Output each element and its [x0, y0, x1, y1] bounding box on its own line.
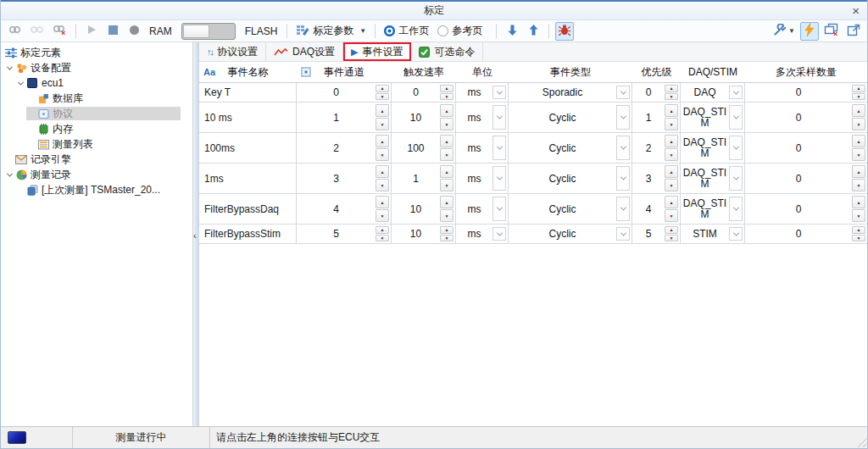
- cell-channel[interactable]: 0▲▼: [297, 83, 392, 102]
- cell-samples[interactable]: 0▲▼: [745, 133, 867, 163]
- cell-channel[interactable]: 3▲▼: [297, 164, 392, 193]
- debug-button[interactable]: [555, 22, 574, 41]
- ram-flash-toggle[interactable]: [181, 23, 236, 40]
- dropdown-button[interactable]: [616, 166, 630, 191]
- sidebar-item-device-config[interactable]: 设备配置: [1, 60, 192, 75]
- spin-up-button[interactable]: ▲: [376, 104, 389, 117]
- spin-down-button[interactable]: ▼: [376, 118, 389, 130]
- cell-type[interactable]: Sporadic: [509, 83, 632, 102]
- dropdown-button[interactable]: [492, 197, 506, 221]
- dropdown-button[interactable]: [729, 197, 743, 221]
- sidebar-item-measure-list[interactable]: 测量列表: [1, 136, 192, 152]
- start-button[interactable]: [82, 22, 101, 41]
- cell-name[interactable]: 1ms: [199, 164, 297, 193]
- dropdown-button[interactable]: [492, 105, 506, 130]
- spin-up-button[interactable]: ▲: [665, 226, 678, 234]
- spin-down-button[interactable]: ▼: [665, 179, 678, 191]
- spin-up-button[interactable]: ▲: [852, 104, 865, 117]
- cell-daq_stim[interactable]: DAQ_STIM: [681, 103, 745, 132]
- sidebar-item-measure-record[interactable]: 测量记录: [1, 167, 192, 182]
- spin-down-button[interactable]: ▼: [440, 209, 453, 222]
- close-icon[interactable]: ×: [852, 3, 860, 19]
- dropdown-button[interactable]: [616, 227, 630, 241]
- spin-up-button[interactable]: ▲: [852, 135, 865, 147]
- cell-priority[interactable]: 3▲▼: [632, 164, 681, 193]
- spin-up-button[interactable]: ▲: [376, 85, 389, 92]
- expand-arrow-icon[interactable]: [4, 173, 14, 177]
- cell-samples[interactable]: 0▲▼: [745, 83, 867, 102]
- cell-unit[interactable]: ms: [456, 133, 509, 163]
- cell-type[interactable]: Cyclic: [509, 194, 632, 224]
- work-page-radio[interactable]: [384, 25, 395, 36]
- cell-rate[interactable]: 10▲▼: [392, 194, 456, 224]
- column-header-unit[interactable]: 单位: [456, 62, 509, 82]
- expand-arrow-icon[interactable]: [4, 66, 14, 70]
- spin-up-button[interactable]: ▲: [665, 104, 678, 117]
- splitter-collapse-arrow[interactable]: ‹: [193, 230, 197, 241]
- download-button[interactable]: [503, 22, 521, 41]
- spin-down-button[interactable]: ▼: [852, 209, 865, 222]
- spin-up-button[interactable]: ▲: [852, 226, 865, 234]
- sidebar-item-last-measurement[interactable]: [上次测量] TSMaster_20...: [1, 182, 192, 197]
- cell-daq_stim[interactable]: DAQ_STIM: [681, 194, 745, 224]
- spin-up-button[interactable]: ▲: [440, 135, 453, 147]
- spin-down-button[interactable]: ▼: [376, 148, 389, 161]
- dropdown-button[interactable]: [729, 86, 743, 99]
- column-header-priority[interactable]: 优先级: [632, 62, 681, 82]
- spin-down-button[interactable]: ▼: [665, 148, 678, 161]
- column-header-name[interactable]: Aa事件名称: [199, 62, 297, 82]
- cell-rate[interactable]: 100▲▼: [392, 133, 456, 163]
- spin-down-button[interactable]: ▼: [440, 118, 453, 130]
- sidebar-item-protocol[interactable]: 协议: [1, 106, 192, 121]
- spin-up-button[interactable]: ▲: [665, 165, 678, 178]
- disconnect-button[interactable]: [27, 22, 47, 41]
- column-header-rate[interactable]: 触发速率: [392, 62, 456, 82]
- spin-up-button[interactable]: ▲: [852, 85, 865, 92]
- spin-down-button[interactable]: ▼: [852, 93, 865, 101]
- sidebar-item-database[interactable]: 数据库: [1, 91, 192, 106]
- cell-rate[interactable]: 0▲▼: [392, 83, 456, 102]
- spin-down-button[interactable]: ▼: [852, 148, 865, 161]
- dropdown-button[interactable]: [492, 136, 506, 160]
- cell-name[interactable]: 10 ms: [199, 103, 297, 132]
- remove-connection-button[interactable]: ×: [49, 22, 70, 41]
- record-button[interactable]: [125, 22, 143, 41]
- spin-down-button[interactable]: ▼: [852, 118, 865, 130]
- tab-protocol-settings[interactable]: ↑↓协议设置: [199, 42, 266, 61]
- cell-rate[interactable]: 10▲▼: [392, 103, 456, 132]
- spin-up-button[interactable]: ▲: [665, 85, 678, 92]
- spin-down-button[interactable]: ▼: [665, 93, 678, 101]
- spin-up-button[interactable]: ▲: [376, 196, 389, 208]
- dropdown-button[interactable]: [729, 105, 743, 130]
- dropdown-button[interactable]: [616, 136, 630, 160]
- flash-action-button[interactable]: [800, 22, 819, 41]
- cell-type[interactable]: Cyclic: [509, 103, 632, 132]
- popout-button[interactable]: [844, 22, 863, 41]
- cell-channel[interactable]: 5▲▼: [297, 224, 392, 243]
- cell-samples[interactable]: 0▲▼: [745, 103, 867, 132]
- dropdown-button[interactable]: [729, 136, 743, 160]
- spin-down-button[interactable]: ▼: [440, 148, 453, 161]
- expand-arrow-icon[interactable]: [15, 81, 25, 86]
- cell-unit[interactable]: ms: [456, 164, 509, 193]
- dropdown-button[interactable]: [616, 105, 630, 130]
- spin-up-button[interactable]: ▲: [376, 165, 389, 178]
- column-header-daq_stim[interactable]: DAQ/STIM: [681, 62, 745, 82]
- cell-daq_stim[interactable]: DAQ_STIM: [681, 164, 745, 193]
- stop-button[interactable]: [103, 22, 122, 41]
- cell-daq_stim[interactable]: STIM: [681, 224, 745, 243]
- spin-down-button[interactable]: ▼: [440, 179, 453, 191]
- spin-down-button[interactable]: ▼: [665, 118, 678, 130]
- cell-daq_stim[interactable]: DAQ: [681, 83, 745, 102]
- spin-up-button[interactable]: ▲: [376, 135, 389, 147]
- settings-button[interactable]: ▼: [771, 22, 798, 41]
- dropdown-button[interactable]: [492, 227, 506, 241]
- sidebar-item-record-engine[interactable]: 记录引擎: [1, 152, 192, 167]
- spin-up-button[interactable]: ▲: [440, 104, 453, 117]
- cell-priority[interactable]: 2▲▼: [632, 133, 681, 163]
- cell-samples[interactable]: 0▲▼: [745, 164, 867, 193]
- sidebar-item-calibration-elements[interactable]: 标定元素: [1, 45, 192, 60]
- dropdown-button[interactable]: [616, 197, 630, 221]
- spin-up-button[interactable]: ▲: [665, 196, 678, 208]
- reference-page-radio[interactable]: [437, 25, 448, 36]
